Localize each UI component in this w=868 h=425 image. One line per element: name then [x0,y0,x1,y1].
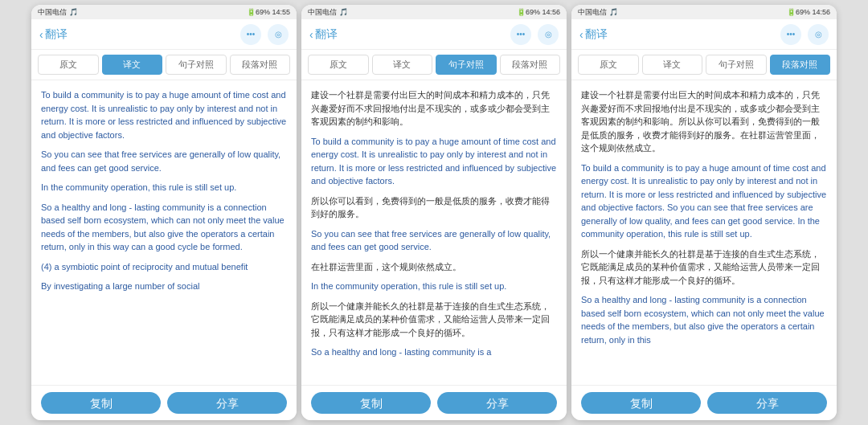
share1[interactable]: 分享 [167,392,287,414]
tab-yuanwen-3[interactable]: 原文 [578,55,639,75]
back-button-3[interactable]: ‹ 翻译 [579,27,608,42]
tab-bar-1: 原文译文句子对照段落对照 [31,50,297,80]
more-icon-2[interactable]: ••• [510,24,531,45]
back-chevron-icon-1: ‹ [39,28,43,41]
content-block-3-3: So a healthy and long - lasting communit… [581,293,827,346]
tab-juzi-3[interactable]: 句子对照 [706,55,767,75]
target-icon-3[interactable]: ◎ [808,24,829,45]
status-left-1: 中国电信 🎵 [38,7,78,18]
content-area-1: To build a community is to pay a huge am… [31,80,297,385]
phone-3: 中国电信 🎵 🔋69% 14:56 ‹ 翻译 ••• ◎ 原文译文句子对照段落对… [571,5,837,420]
nav-bar-1: ‹ 翻译 ••• ◎ [31,19,297,50]
tab-yiwen-1[interactable]: 译文 [102,55,163,75]
status-left-2: 中国电信 🎵 [308,7,348,18]
nav-icons-3: ••• ◎ [780,24,829,45]
tab-yiwen-2[interactable]: 译文 [372,55,433,75]
content-block-2-2: 所以你可以看到，免费得到的一般是低质的服务，收费才能得到好的服务。 [311,194,557,221]
share2[interactable]: 分享 [437,392,557,414]
copy1[interactable]: 复制 [41,392,161,414]
tab-duanluo-3[interactable]: 段落对照 [770,55,831,75]
tab-duanluo-1[interactable]: 段落对照 [230,55,291,75]
nav-bar-2: ‹ 翻译 ••• ◎ [301,19,567,50]
tab-yiwen-3[interactable]: 译文 [642,55,703,75]
nav-title-1: 翻译 [45,27,68,42]
copy2[interactable]: 复制 [311,392,431,414]
share3[interactable]: 分享 [707,392,827,414]
nav-title-2: 翻译 [315,27,338,42]
status-right-1: 🔋69% 14:55 [247,8,290,16]
content-block-2-3: So you can see that free services are ge… [311,227,557,254]
bottom-bar-3: 复制分享 [571,385,837,420]
content-block-2-6: 所以一个健康并能长久的社群是基于连接的自生式生态系统，它既能满足成员的某种价值需… [311,300,557,340]
phone-2: 中国电信 🎵 🔋69% 14:56 ‹ 翻译 ••• ◎ 原文译文句子对照段落对… [301,5,567,420]
content-block-3-0: 建设一个社群是需要付出巨大的时间成本和精力成本的，只凭兴趣爱好而不求回报地付出是… [581,88,827,155]
back-chevron-icon-2: ‹ [309,28,313,41]
tab-duanluo-2[interactable]: 段落对照 [500,55,561,75]
back-chevron-icon-3: ‹ [579,28,583,41]
nav-icons-2: ••• ◎ [510,24,559,45]
status-right-2: 🔋69% 14:56 [517,8,560,16]
status-left-3: 中国电信 🎵 [578,7,618,18]
tab-juzi-2[interactable]: 句子对照 [436,55,497,75]
content-block-1-3: So a healthy and long - lasting communit… [41,201,287,254]
target-icon-1[interactable]: ◎ [268,24,289,45]
content-block-1-0: To build a community is to pay a huge am… [41,88,287,141]
content-block-1-1: So you can see that free services are ge… [41,148,287,174]
content-block-1-5: By investigating a large number of socia… [41,280,287,293]
tab-yuanwen-1[interactable]: 原文 [38,55,99,75]
tab-juzi-1[interactable]: 句子对照 [166,55,227,75]
tab-yuanwen-2[interactable]: 原文 [308,55,369,75]
content-block-3-2: 所以一个健康并能长久的社群是基于连接的自生式生态系统，它既能满足成员的某种价值需… [581,247,827,288]
content-block-2-0: 建设一个社群是需要付出巨大的时间成本和精力成本的，只凭兴趣爱好而不求回报地付出是… [311,88,557,129]
tab-bar-3: 原文译文句子对照段落对照 [571,50,837,80]
bottom-bar-2: 复制分享 [301,385,567,420]
content-block-1-2: In the community operation, this rule is… [41,181,287,194]
content-area-3: 建设一个社群是需要付出巨大的时间成本和精力成本的，只凭兴趣爱好而不求回报地付出是… [571,80,837,385]
content-block-2-5: In the community operation, this rule is… [311,280,557,293]
content-area-2: 建设一个社群是需要付出巨大的时间成本和精力成本的，只凭兴趣爱好而不求回报地付出是… [301,80,567,385]
nav-bar-3: ‹ 翻译 ••• ◎ [571,19,837,50]
status-bar-3: 中国电信 🎵 🔋69% 14:56 [571,5,837,19]
phone-1: 中国电信 🎵 🔋69% 14:55 ‹ 翻译 ••• ◎ 原文译文句子对照段落对… [31,5,297,420]
content-block-2-1: To build a community is to pay a huge am… [311,135,557,188]
copy3[interactable]: 复制 [581,392,701,414]
back-button-1[interactable]: ‹ 翻译 [39,27,68,42]
status-bar-2: 中国电信 🎵 🔋69% 14:56 [301,5,567,19]
content-block-1-4: (4) a symbiotic point of reciprocity and… [41,260,287,274]
status-bar-1: 中国电信 🎵 🔋69% 14:55 [31,5,297,19]
tab-bar-2: 原文译文句子对照段落对照 [301,50,567,80]
more-icon-3[interactable]: ••• [780,24,801,45]
target-icon-2[interactable]: ◎ [538,24,559,45]
more-icon-1[interactable]: ••• [240,24,261,45]
nav-title-3: 翻译 [585,27,608,42]
bottom-bar-1: 复制分享 [31,385,297,420]
phones-container: 中国电信 🎵 🔋69% 14:55 ‹ 翻译 ••• ◎ 原文译文句子对照段落对… [0,0,868,425]
content-block-2-7: So a healthy and long - lasting communit… [311,345,557,359]
status-right-3: 🔋69% 14:56 [787,8,830,16]
content-block-2-4: 在社群运营里面，这个规则依然成立。 [311,260,557,274]
nav-icons-1: ••• ◎ [240,24,289,45]
content-block-3-1: To build a community is to pay a huge am… [581,161,827,241]
back-button-2[interactable]: ‹ 翻译 [309,27,338,42]
